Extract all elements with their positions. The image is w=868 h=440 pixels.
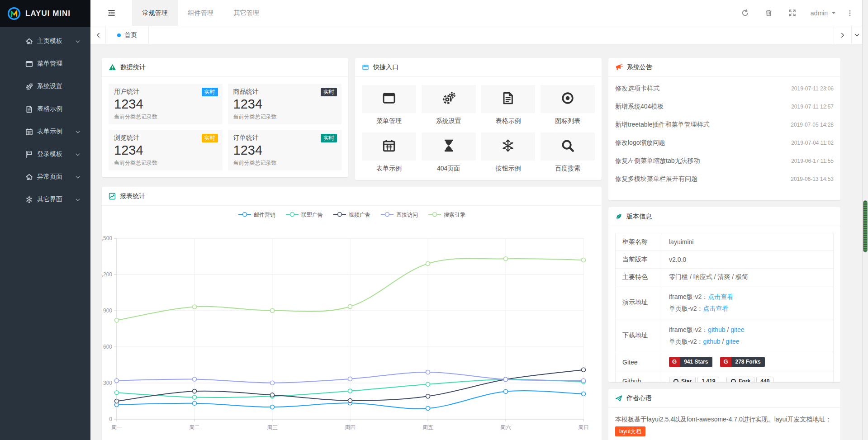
quick-item-label: 百度搜索 (541, 161, 595, 177)
panel-system-notice: 系统公告 修改选项卡样式2019-07-11 23:06新增系统404模板201… (608, 58, 840, 200)
svg-text:周六: 周六 (500, 424, 511, 431)
notice-time: 2019-06-13 14:53 (791, 176, 834, 182)
stat-card-0[interactable]: 用户统计实时1234当前分类总记录数 (109, 84, 223, 124)
tab-scroll-right-button[interactable] (834, 26, 851, 44)
notice-text: 修复左侧菜单缩放tab无法移动 (615, 157, 700, 165)
status-badge: 实时 (321, 134, 337, 142)
panel-title: 快捷入口 (373, 63, 398, 71)
download-line1-prefix: iframe版-v2： (669, 326, 708, 333)
notice-text: 修改选项卡样式 (615, 85, 659, 93)
tab-operations-button[interactable] (851, 26, 862, 44)
download-gitee-link-1[interactable]: gitee (730, 326, 744, 333)
notice-item-1[interactable]: 新增系统404模板2019-07-11 12:57 (608, 98, 840, 116)
sidebar-item-1[interactable]: 菜单管理 (0, 52, 90, 75)
sidebar-item-2[interactable]: 系统设置 (0, 75, 90, 98)
calendar-icon (25, 128, 33, 136)
clear-cache-button[interactable] (757, 0, 781, 26)
fullscreen-button[interactable] (781, 0, 804, 26)
legend-item-1[interactable]: 联盟广告 (285, 211, 323, 219)
quick-item-3[interactable]: 图标列表 (541, 85, 595, 130)
page-tabbar: 首页 (90, 26, 862, 44)
svg-text:0: 0 (109, 416, 112, 422)
legend-item-3[interactable]: 直接访问 (380, 211, 418, 219)
more-menu-button[interactable] (842, 0, 858, 26)
table-row: Gitee G941 Stars G278 Forks (616, 352, 834, 372)
gitee-forks-badge[interactable]: G278 Forks (720, 357, 764, 367)
notice-time: 2019-07-04 11:02 (791, 140, 834, 146)
stat-card-2[interactable]: 浏览统计实时1234当前分类总记录数 (109, 130, 223, 170)
notice-item-0[interactable]: 修改选项卡样式2019-07-11 23:06 (608, 80, 840, 98)
notice-item-4[interactable]: 修复左侧菜单缩放tab无法移动2019-06-17 11:55 (608, 152, 840, 170)
quick-item-icon-box (541, 85, 595, 113)
top-header: 常规管理组件管理其它管理 admin (90, 0, 862, 26)
page-scrollbar[interactable] (862, 0, 868, 440)
refresh-button[interactable] (734, 0, 757, 26)
quick-item-7[interactable]: 百度搜索 (541, 132, 595, 177)
table-row: 下载地址 iframe版-v2：github / gitee 单页版-v2：gi… (616, 319, 834, 352)
sidebar-item-0[interactable]: 主页模板 (0, 30, 90, 52)
stat-card-subtitle: 当前分类总记录数 (114, 113, 217, 121)
notice-item-2[interactable]: 新增treetable插件和菜单管理样式2019-07-05 14:28 (608, 116, 840, 134)
legend-item-0[interactable]: 邮件营销 (238, 211, 275, 219)
github-octocat-icon (673, 378, 679, 383)
logo-icon (7, 7, 21, 20)
demo-iframe-link[interactable]: 点击查看 (708, 293, 733, 300)
tab-home[interactable]: 首页 (106, 26, 149, 44)
stat-card-1[interactable]: 商品统计实时1234当前分类总记录数 (228, 84, 342, 124)
sidebar-item-6[interactable]: 异常页面 (0, 166, 90, 188)
github-octocat-icon (730, 378, 736, 383)
github-fork-button[interactable]: Fork (726, 377, 754, 382)
notice-text: 新增系统404模板 (615, 103, 664, 111)
gitee-logo: G (720, 357, 731, 367)
legend-item-2[interactable]: 视频广告 (333, 211, 370, 219)
github-star-count[interactable]: 1,419 (697, 377, 719, 382)
sidebar-toggle-button[interactable] (90, 0, 132, 26)
nav-tab-1[interactable]: 组件管理 (178, 0, 223, 26)
quick-item-1[interactable]: 系统设置 (422, 85, 476, 130)
stat-card-3[interactable]: 订单统计实时1234当前分类总记录数 (228, 130, 342, 170)
download-gitee-link-2[interactable]: gitee (726, 338, 739, 345)
home-icon (25, 173, 33, 181)
github-fork-count[interactable]: 440 (756, 377, 773, 382)
gitee-stars-badge[interactable]: G941 Stars (669, 357, 712, 367)
quick-item-label: 菜单管理 (362, 113, 416, 130)
quick-item-6[interactable]: 按钮示例 (481, 132, 536, 177)
svg-text:1,200: 1,200 (102, 271, 112, 278)
notice-item-3[interactable]: 修改logo缩放问题2019-07-04 11:02 (608, 134, 840, 152)
table-row: 当前版本 v2.0.0 (616, 251, 834, 269)
status-badge: 实时 (202, 134, 218, 142)
logo[interactable]: LAYUI MINI (0, 0, 90, 27)
nav-tab-0[interactable]: 常规管理 (132, 0, 178, 26)
stat-card-value: 1234 (233, 96, 337, 112)
svg-text:周五: 周五 (422, 424, 433, 431)
nav-tab-2[interactable]: 其它管理 (223, 0, 269, 26)
quick-item-5[interactable]: 404页面 (422, 132, 476, 177)
sidebar-item-4[interactable]: 表单示例 (0, 120, 90, 143)
demo-spa-link[interactable]: 点击查看 (703, 305, 728, 312)
scrollbar-thumb[interactable] (863, 200, 868, 252)
legend-item-4[interactable]: 搜索引擎 (428, 211, 465, 219)
sidebar-item-3[interactable]: 表格示例 (0, 98, 90, 120)
sidebar-item-label: 主页模板 (37, 37, 62, 45)
quick-item-2[interactable]: 表格示例 (481, 85, 536, 130)
notice-item-5[interactable]: 修复多模块菜单栏展开有问题2019-06-13 14:53 (608, 170, 840, 188)
legend-marker-icon (333, 212, 346, 218)
active-tab-dot (117, 33, 121, 37)
version-feature-label: 主要特色 (616, 269, 662, 286)
github-star-button[interactable]: Star (669, 377, 696, 382)
gears-icon (442, 91, 455, 107)
panel-quick-entry: 快捷入口 菜单管理系统设置表格示例图标列表表单示例404页面按钮示例百度搜索 (355, 58, 602, 180)
demo-line1-prefix: iframe版-v2： (669, 293, 708, 300)
sidebar-item-7[interactable]: 其它界面 (0, 188, 90, 211)
sidebar: LAYUI MINI 主页模板菜单管理系统设置表格示例表单示例登录模板异常页面其… (0, 0, 90, 440)
sidebar-item-5[interactable]: 登录模板 (0, 143, 90, 166)
gears-icon (25, 83, 33, 90)
version-demo-label: 演示地址 (616, 286, 662, 319)
quick-item-0[interactable]: 菜单管理 (362, 85, 416, 130)
layui-doc-badge[interactable]: layui文档 (615, 426, 645, 436)
download-github-link-1[interactable]: github (708, 326, 725, 333)
download-github-link-2[interactable]: github (703, 338, 720, 345)
tab-scroll-left-button[interactable] (90, 26, 106, 44)
quick-item-4[interactable]: 表单示例 (362, 132, 416, 177)
user-menu[interactable]: admin (804, 0, 842, 26)
